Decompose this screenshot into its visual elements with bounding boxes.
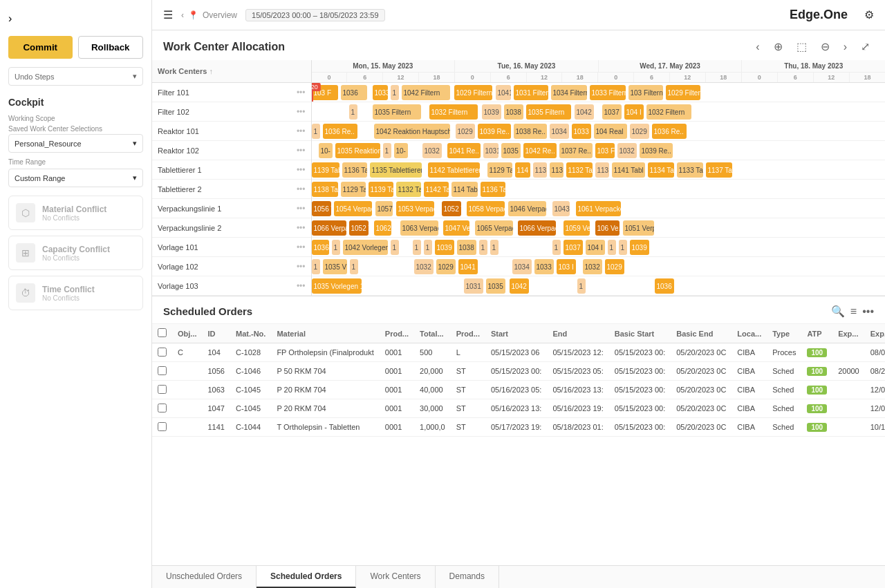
gantt-bar[interactable]: 1056 V — [312, 201, 331, 216]
gantt-bar[interactable]: 114 Tabl.. — [451, 182, 478, 197]
gantt-bar[interactable]: 1038 — [504, 104, 523, 120]
gantt-bar[interactable]: 1136 Tab — [481, 182, 505, 197]
gantt-bar[interactable]: 1029 — [456, 124, 475, 139]
gantt-bar[interactable]: 1036 — [312, 240, 329, 255]
gantt-bar[interactable]: 1 — [552, 240, 561, 255]
gantt-bar[interactable]: 1032 — [617, 143, 637, 158]
gantt-bar[interactable]: 103 Filtern — [628, 85, 663, 100]
gantt-bar[interactable]: 104 I — [586, 240, 605, 255]
gantt-bar[interactable]: 1 — [312, 124, 320, 139]
row-checkbox[interactable] — [158, 404, 167, 412]
gantt-bar[interactable]: 1133 Tab — [677, 162, 703, 178]
row-menu-icon[interactable]: ••• — [297, 88, 306, 97]
gantt-bar[interactable]: 103 F — [595, 143, 615, 158]
gantt-bar[interactable]: 1034 Filtern — [551, 85, 587, 100]
gantt-bar[interactable]: 1042 Filtern — [402, 85, 450, 100]
gantt-bar[interactable]: 1061 Verpacken — [576, 201, 621, 216]
gantt-bar[interactable]: 1 — [383, 143, 391, 158]
gantt-bar[interactable]: 113 — [595, 162, 609, 178]
gantt-bar[interactable]: 1 — [349, 104, 357, 120]
gantt-bar[interactable]: 1038 Re.. — [514, 124, 547, 139]
gantt-bar[interactable]: 1032 Filtern — [429, 104, 478, 120]
gantt-bar[interactable]: 1029 — [630, 124, 649, 139]
gantt-bar[interactable]: 1037 — [602, 104, 622, 120]
gantt-bar[interactable]: 1142 Tab — [424, 182, 449, 197]
gantt-bar[interactable]: 1036 — [655, 278, 674, 294]
gantt-bar[interactable]: 1035 — [486, 278, 505, 294]
gantt-bar[interactable]: 10- — [319, 143, 333, 158]
gantt-bar[interactable]: 1 — [332, 240, 340, 255]
gantt-bar[interactable]: 1031 Filtern — [514, 85, 548, 100]
gantt-bar[interactable]: 1039 — [630, 240, 649, 255]
gantt-bar[interactable]: 1135 Tablettieren — [370, 162, 422, 178]
row-menu-icon[interactable]: ••• — [297, 281, 306, 291]
row-checkbox[interactable] — [158, 348, 167, 357]
gantt-bar[interactable]: 1066 Verpac — [518, 220, 556, 236]
tab-item[interactable]: Work Centers — [356, 566, 435, 588]
row-menu-icon[interactable]: ••• — [297, 165, 306, 175]
gantt-zoom-in-button[interactable]: ⊕ — [770, 39, 787, 55]
gantt-bar[interactable]: 1 — [424, 240, 432, 255]
gantt-bar[interactable]: 1033 — [373, 85, 388, 100]
gantt-bar[interactable]: 1129 Tab — [341, 182, 366, 197]
tab-item[interactable]: Demands — [436, 566, 499, 588]
gantt-bar[interactable]: 1029 Filtern — [454, 85, 492, 100]
orders-search-button[interactable]: 🔍 — [831, 305, 845, 318]
orders-more-button[interactable]: ••• — [862, 305, 874, 318]
gantt-bar[interactable]: 1039 Re.. — [478, 124, 511, 139]
sidebar-collapse[interactable]: › — [0, 7, 151, 30]
gantt-bar[interactable]: 1039 Re.. — [640, 143, 673, 158]
gantt-bar[interactable]: 1032 Filtern — [646, 104, 691, 120]
gantt-bar[interactable]: 1042 — [575, 104, 594, 120]
gantt-bar[interactable]: 1 — [312, 259, 320, 274]
gantt-bar[interactable]: 1 — [350, 259, 358, 274]
gantt-bar[interactable]: 1035 — [501, 143, 521, 158]
gantt-bar[interactable]: 1037 Re.. — [559, 143, 593, 158]
gantt-next-button[interactable]: › — [839, 39, 851, 55]
gantt-bar[interactable]: 1 — [413, 240, 421, 255]
gantt-bar[interactable]: 1136 Tab — [342, 162, 367, 178]
gantt-bar[interactable]: 113 — [533, 162, 547, 178]
gantt-bar[interactable]: 1065 Verpac — [475, 220, 513, 236]
gantt-bar[interactable]: 1 — [391, 85, 399, 100]
gantt-bar[interactable]: 1 — [391, 240, 399, 255]
gantt-bar[interactable]: 1043 — [552, 201, 570, 216]
scope-select[interactable]: Personal_Resource ▾ — [8, 134, 143, 153]
gantt-bar[interactable]: 1139 Tab — [369, 182, 393, 197]
tab-item[interactable]: Unscheduled Orders — [152, 566, 257, 588]
gantt-bar[interactable]: 1042 Vorlegen 1 — [343, 240, 388, 255]
tab-item[interactable]: Scheduled Orders — [257, 566, 356, 588]
gantt-bar[interactable]: 1042 Reaktion Hauptschr — [374, 124, 450, 139]
gantt-bar[interactable]: 103 I — [557, 259, 576, 274]
gantt-bar[interactable]: 1041 — [458, 259, 478, 274]
gantt-zoom-out-button[interactable]: ⊖ — [817, 39, 834, 55]
gantt-bar[interactable]: 1033 Filtern — [590, 85, 626, 100]
gantt-bar[interactable]: 1029 — [605, 259, 624, 274]
gantt-bar[interactable]: 1038 — [457, 240, 476, 255]
gantt-bar[interactable]: 1036 — [341, 85, 367, 100]
gantt-bar[interactable]: 1042 Re.. — [523, 143, 557, 158]
gantt-bar[interactable]: 1 — [490, 240, 499, 255]
gantt-bar[interactable]: 1 — [608, 240, 616, 255]
gantt-bar[interactable]: 1035 Vorlegen 1 — [312, 278, 362, 294]
gantt-bar[interactable]: 1031 — [483, 143, 499, 158]
gantt-bar[interactable]: 106 Ve.. — [595, 220, 620, 236]
rollback-button[interactable]: Rollback — [78, 36, 144, 59]
gantt-bar[interactable]: 1054 Verpac — [334, 201, 372, 216]
gantt-bar[interactable]: 1032 — [414, 259, 434, 274]
gantt-bar[interactable]: 1031 — [464, 278, 483, 294]
gantt-bar[interactable]: 1035 Filtern — [526, 104, 571, 120]
sort-icon[interactable]: ↑ — [209, 67, 213, 75]
gantt-bar[interactable]: 1052 V — [349, 220, 369, 236]
row-menu-icon[interactable]: ••• — [297, 223, 306, 233]
collapse-button[interactable]: › — [8, 12, 12, 25]
gantt-bar[interactable]: 1035 V — [323, 259, 347, 274]
commit-button[interactable]: Commit — [8, 36, 73, 59]
gantt-bar[interactable]: 1032 — [583, 259, 602, 274]
gantt-bar[interactable]: 1 — [577, 278, 586, 294]
gantt-bar[interactable]: 1059 Ver.. — [563, 220, 590, 236]
gantt-bar[interactable]: 1 — [479, 240, 487, 255]
gantt-prev-button[interactable]: ‹ — [752, 39, 763, 55]
time-range-select[interactable]: Custom Range ▾ — [8, 169, 143, 187]
gantt-bar[interactable]: 1142 Tablettieren — [428, 162, 480, 178]
